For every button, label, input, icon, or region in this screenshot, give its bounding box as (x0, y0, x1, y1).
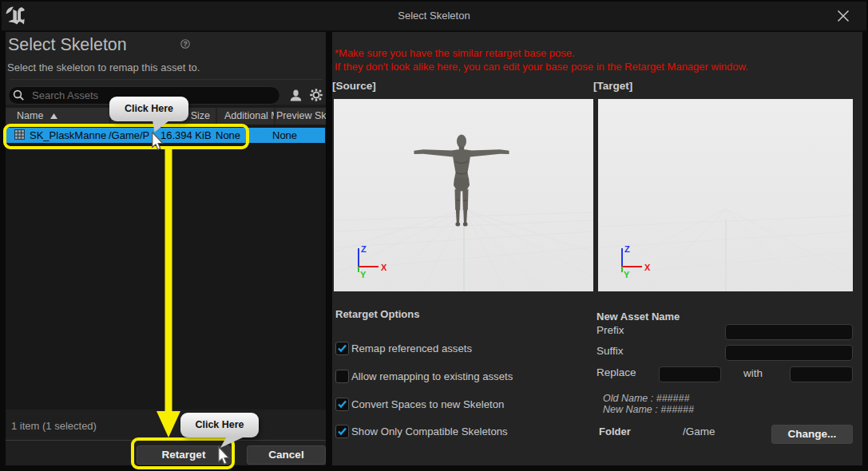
svg-text:Y: Y (360, 270, 367, 279)
svg-text:?: ? (183, 40, 187, 48)
svg-text:X: X (381, 263, 387, 272)
svg-text:Z: Z (361, 244, 367, 254)
svg-text:Y: Y (624, 270, 630, 279)
svg-text:X: X (644, 263, 651, 272)
svg-text:Z: Z (624, 244, 630, 254)
